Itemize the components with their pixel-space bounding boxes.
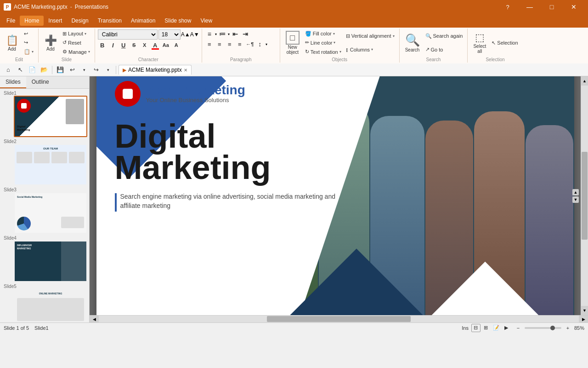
tab-outline[interactable]: Outline <box>26 76 55 88</box>
search-again-button[interactable]: 🔍 Search again <box>424 32 465 40</box>
menu-slideshow[interactable]: Slide show <box>160 16 196 26</box>
redo-toolbar-btn[interactable]: ↪ <box>90 64 102 75</box>
menu-transition[interactable]: Transition <box>93 16 126 26</box>
canvas-area[interactable]: Acme Marketing Your Online Business Solu… <box>90 76 581 315</box>
scroll-thumb[interactable] <box>582 152 588 240</box>
slide-thumb-4[interactable]: INFLUENCERMARKETING <box>14 241 87 282</box>
slide-item-2[interactable]: Slide2 OUR TEAM <box>2 139 87 185</box>
increase-indent-button[interactable]: ⇥ <box>241 29 250 39</box>
scroll-down-arrow[interactable]: ▼ <box>581 306 588 315</box>
menu-file[interactable]: File <box>2 16 20 26</box>
slide-thumb-3[interactable]: Social Media Marketing <box>14 192 87 234</box>
file-tab[interactable]: ▶ ACME Marketing.pptx ✕ <box>119 65 192 75</box>
slide-item-3[interactable]: Slide3 Social Media Marketing <box>2 187 87 234</box>
goto-button[interactable]: ↗ Go to <box>424 46 465 54</box>
text-rotation-button[interactable]: ↻ Text rotation ▾ <box>303 48 343 56</box>
add-button[interactable]: 📋 Add <box>3 29 21 56</box>
menu-home[interactable]: Home <box>20 16 44 26</box>
search-button[interactable]: 🔍 Search <box>402 29 423 56</box>
redo-button[interactable]: ↪ <box>22 39 35 47</box>
strikethrough-button[interactable]: S <box>130 40 139 50</box>
align-right-button[interactable]: ≡ <box>225 40 234 49</box>
close-button[interactable]: ✕ <box>563 0 584 14</box>
underline-button[interactable]: U <box>119 40 128 50</box>
new-object-button[interactable]: □ Newobject <box>283 29 302 56</box>
scroll-down-btn[interactable]: ▼ <box>572 196 579 203</box>
slide-thumb-2[interactable]: OUR TEAM <box>14 144 87 185</box>
menu-view[interactable]: View <box>196 16 217 26</box>
h-scroll-thumb[interactable] <box>267 316 411 322</box>
pointer-btn[interactable]: ↖ <box>15 64 26 75</box>
strikethrough2-button[interactable]: X <box>140 40 149 50</box>
objects-label: Objects <box>283 56 396 63</box>
italic-button[interactable]: I <box>108 40 118 50</box>
undo-toolbar-btn[interactable]: ↩ <box>67 64 78 75</box>
scroll-up-btn[interactable]: ▲ <box>572 189 579 196</box>
tab-slides[interactable]: Slides <box>0 76 26 88</box>
slide-canvas[interactable]: Acme Marketing Your Online Business Solu… <box>96 76 574 315</box>
new-btn[interactable]: 📄 <box>27 64 38 75</box>
fill-color-button[interactable]: 🪣 Fill color ▾ <box>303 29 343 38</box>
help-button[interactable]: ? <box>497 0 518 14</box>
open-btn[interactable]: 📂 <box>39 64 50 75</box>
menu-animation[interactable]: Animation <box>126 16 160 26</box>
character-styles-button[interactable]: A <box>172 40 181 50</box>
zoom-out-btn[interactable]: − <box>514 324 523 332</box>
paste-options[interactable]: 📋 ▾ <box>22 48 35 56</box>
menu-insert[interactable]: Insert <box>44 16 67 26</box>
vertical-alignment-button[interactable]: ⊟ Vertical alignment ▾ <box>344 32 396 40</box>
line-color-button[interactable]: ✏ Line color ▾ <box>303 39 343 47</box>
minimize-button[interactable]: — <box>519 0 540 14</box>
maximize-button[interactable]: □ <box>541 0 562 14</box>
scroll-right-arrow[interactable]: ▶ <box>579 316 588 322</box>
slide-item-4[interactable]: Slide4 INFLUENCERMARKETING <box>2 236 87 282</box>
redo-dropdown-btn[interactable]: ▾ <box>102 64 113 75</box>
notes-view-btn[interactable]: 📝 <box>492 324 501 332</box>
justify-button[interactable]: ≡ <box>235 40 244 49</box>
zoom-in-btn[interactable]: + <box>563 324 572 332</box>
horizontal-scrollbar[interactable]: ◀ ▶ <box>90 315 588 322</box>
text-case-button[interactable]: Aa <box>161 40 170 50</box>
select-all-button[interactable]: ⬚ Selectall <box>470 29 489 56</box>
slide-item-5[interactable]: Slide5 ONLINE MARKETING <box>2 284 87 322</box>
tab-close-btn[interactable]: ✕ <box>184 68 187 73</box>
line-spacing-button[interactable]: ↕ <box>255 40 265 49</box>
rtl-button[interactable]: ←¶ <box>245 40 254 49</box>
line-spacing-arrow[interactable]: ▾ <box>266 42 267 46</box>
columns-button[interactable]: ⫿ Columns ▾ <box>344 46 396 54</box>
slide-item-1[interactable]: Slide1 DigitalMarketing <box>2 91 87 137</box>
numbering-arrow[interactable]: ▾ <box>228 32 230 36</box>
slide-sorter-btn[interactable]: ⊞ <box>481 324 491 332</box>
undo-button[interactable]: ↩ <box>22 29 35 38</box>
font-increase-button[interactable]: A▲ <box>181 30 190 39</box>
slide-thumb-5[interactable]: ONLINE MARKETING <box>14 289 87 322</box>
normal-view-btn[interactable]: ⊟ <box>471 324 481 332</box>
bullets-button[interactable]: ≡ <box>205 29 214 39</box>
manage-button[interactable]: ⚙ Manage ▾ <box>61 48 92 56</box>
numbering-button[interactable]: ≔ <box>218 29 227 39</box>
bold-button[interactable]: B <box>98 40 107 50</box>
layout-button[interactable]: ⊞ Layout ▾ <box>61 29 92 38</box>
home-toolbar-btn[interactable]: ⌂ <box>3 64 14 75</box>
font-decrease-button[interactable]: A▼ <box>191 30 199 39</box>
font-size-select[interactable]: 18 <box>158 29 181 40</box>
menu-design[interactable]: Design <box>67 16 93 26</box>
add-slide-button[interactable]: ➕ Add <box>41 29 60 56</box>
zoom-slider[interactable] <box>525 327 561 329</box>
reset-button[interactable]: ↺ Reset <box>61 39 92 47</box>
slide-thumb-1[interactable]: DigitalMarketing <box>14 96 87 137</box>
undo-dropdown-btn[interactable]: ▾ <box>79 64 90 75</box>
selection-button[interactable]: ↖ Selection <box>490 39 520 47</box>
bullets-arrow[interactable]: ▾ <box>215 32 217 36</box>
presentation-view-btn[interactable]: ▶ <box>502 324 511 332</box>
font-color-button[interactable]: A <box>151 40 160 50</box>
zoom-thumb[interactable] <box>550 326 555 330</box>
align-left-button[interactable]: ≡ <box>205 40 214 49</box>
scroll-left-arrow[interactable]: ◀ <box>90 316 99 322</box>
align-center-button[interactable]: ≡ <box>215 40 224 49</box>
scroll-up-arrow[interactable]: ▲ <box>581 76 588 86</box>
save-btn[interactable]: 💾 <box>55 64 66 75</box>
decrease-indent-button[interactable]: ⇤ <box>231 29 240 39</box>
vertical-scrollbar[interactable]: ▲ ▼ <box>581 76 588 315</box>
font-select[interactable]: Calibri <box>98 29 158 40</box>
